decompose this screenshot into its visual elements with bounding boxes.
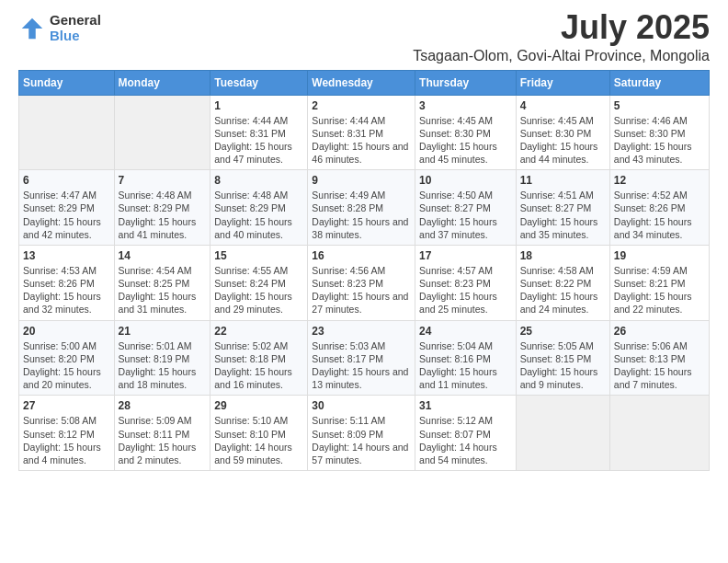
header-monday: Monday (114, 70, 210, 95)
day-info: Sunrise: 5:02 AMSunset: 8:18 PMDaylight:… (214, 339, 303, 392)
day-info: Sunrise: 4:56 AMSunset: 8:23 PMDaylight:… (312, 264, 411, 316)
day-number: 8 (214, 174, 303, 187)
svg-marker-0 (22, 17, 43, 39)
day-info: Sunrise: 4:48 AMSunset: 8:29 PMDaylight:… (119, 189, 207, 241)
day-number: 19 (614, 249, 705, 262)
day-info: Sunrise: 4:57 AMSunset: 8:23 PMDaylight:… (419, 264, 512, 316)
week-row-4: 27Sunrise: 5:08 AMSunset: 8:12 PMDayligh… (19, 396, 710, 471)
day-info: Sunrise: 4:55 AMSunset: 8:24 PMDaylight:… (214, 264, 303, 316)
logo-text: General Blue (50, 13, 101, 43)
week-row-1: 6Sunrise: 4:47 AMSunset: 8:29 PMDaylight… (19, 170, 710, 246)
day-info: Sunrise: 4:47 AMSunset: 8:29 PMDaylight:… (23, 189, 110, 241)
calendar-body: 1Sunrise: 4:44 AMSunset: 8:31 PMDaylight… (19, 95, 710, 470)
cell-w0-d1 (114, 95, 210, 170)
day-number: 16 (312, 249, 411, 262)
day-info: Sunrise: 4:51 AMSunset: 8:27 PMDaylight:… (520, 189, 606, 241)
cell-w4-d5 (516, 396, 609, 471)
header-tuesday: Tuesday (210, 70, 308, 95)
calendar-header: Sunday Monday Tuesday Wednesday Thursday… (19, 70, 710, 95)
day-number: 3 (419, 99, 512, 112)
cell-w4-d3: 30Sunrise: 5:11 AMSunset: 8:09 PMDayligh… (308, 396, 415, 471)
day-number: 26 (614, 325, 705, 338)
calendar-table: Sunday Monday Tuesday Wednesday Thursday… (18, 70, 710, 471)
cell-w2-d4: 17Sunrise: 4:57 AMSunset: 8:23 PMDayligh… (415, 245, 517, 320)
day-info: Sunrise: 4:46 AMSunset: 8:30 PMDaylight:… (614, 114, 705, 167)
day-number: 14 (119, 249, 207, 262)
day-info: Sunrise: 4:50 AMSunset: 8:27 PMDaylight:… (419, 189, 512, 241)
cell-w0-d5: 4Sunrise: 4:45 AMSunset: 8:30 PMDaylight… (516, 95, 609, 170)
cell-w2-d5: 18Sunrise: 4:58 AMSunset: 8:22 PMDayligh… (516, 245, 609, 320)
day-info: Sunrise: 5:12 AMSunset: 8:07 PMDaylight:… (419, 414, 512, 466)
cell-w1-d1: 7Sunrise: 4:48 AMSunset: 8:29 PMDaylight… (114, 170, 210, 246)
day-info: Sunrise: 4:44 AMSunset: 8:31 PMDaylight:… (214, 114, 303, 167)
day-info: Sunrise: 4:45 AMSunset: 8:30 PMDaylight:… (520, 114, 606, 167)
day-info: Sunrise: 4:45 AMSunset: 8:30 PMDaylight:… (419, 114, 512, 167)
logo-general-text: General (50, 13, 101, 29)
day-info: Sunrise: 5:09 AMSunset: 8:11 PMDaylight:… (119, 414, 207, 466)
cell-w0-d4: 3Sunrise: 4:45 AMSunset: 8:30 PMDaylight… (415, 95, 517, 170)
cell-w4-d2: 29Sunrise: 5:10 AMSunset: 8:10 PMDayligh… (210, 396, 308, 471)
day-number: 23 (312, 325, 411, 338)
cell-w3-d6: 26Sunrise: 5:06 AMSunset: 8:13 PMDayligh… (609, 320, 709, 396)
cell-w4-d1: 28Sunrise: 5:09 AMSunset: 8:11 PMDayligh… (114, 396, 210, 471)
day-number: 12 (614, 174, 705, 187)
cell-w3-d0: 20Sunrise: 5:00 AMSunset: 8:20 PMDayligh… (19, 320, 115, 396)
day-number: 2 (312, 99, 411, 112)
page: General Blue July 2025 Tsagaan-Olom, Gov… (0, 0, 728, 480)
day-number: 31 (419, 399, 512, 412)
cell-w0-d6: 5Sunrise: 4:46 AMSunset: 8:30 PMDaylight… (609, 95, 709, 170)
cell-w2-d6: 19Sunrise: 4:59 AMSunset: 8:21 PMDayligh… (609, 245, 709, 320)
day-number: 11 (520, 174, 606, 187)
header-thursday: Thursday (415, 70, 517, 95)
cell-w1-d0: 6Sunrise: 4:47 AMSunset: 8:29 PMDaylight… (19, 170, 115, 246)
day-info: Sunrise: 4:54 AMSunset: 8:25 PMDaylight:… (119, 264, 207, 316)
day-number: 13 (23, 249, 110, 262)
day-info: Sunrise: 5:10 AMSunset: 8:10 PMDaylight:… (214, 414, 303, 466)
day-number: 6 (23, 174, 110, 187)
day-info: Sunrise: 4:59 AMSunset: 8:21 PMDaylight:… (614, 264, 705, 316)
header-saturday: Saturday (609, 70, 709, 95)
cell-w0-d0 (19, 95, 115, 170)
week-row-3: 20Sunrise: 5:00 AMSunset: 8:20 PMDayligh… (19, 320, 710, 396)
day-number: 9 (312, 174, 411, 187)
cell-w2-d1: 14Sunrise: 4:54 AMSunset: 8:25 PMDayligh… (114, 245, 210, 320)
day-info: Sunrise: 4:44 AMSunset: 8:31 PMDaylight:… (312, 114, 411, 167)
day-info: Sunrise: 5:08 AMSunset: 8:12 PMDaylight:… (23, 414, 110, 466)
cell-w3-d2: 22Sunrise: 5:02 AMSunset: 8:18 PMDayligh… (210, 320, 308, 396)
day-number: 30 (312, 399, 411, 412)
header-friday: Friday (516, 70, 609, 95)
logo-blue-text: Blue (50, 29, 101, 44)
cell-w4-d0: 27Sunrise: 5:08 AMSunset: 8:12 PMDayligh… (19, 396, 115, 471)
day-info: Sunrise: 5:11 AMSunset: 8:09 PMDaylight:… (312, 414, 411, 466)
cell-w0-d3: 2Sunrise: 4:44 AMSunset: 8:31 PMDaylight… (308, 95, 415, 170)
cell-w1-d4: 10Sunrise: 4:50 AMSunset: 8:27 PMDayligh… (415, 170, 517, 246)
header-wednesday: Wednesday (308, 70, 415, 95)
day-number: 28 (119, 399, 207, 412)
day-number: 25 (520, 325, 606, 338)
cell-w1-d6: 12Sunrise: 4:52 AMSunset: 8:26 PMDayligh… (609, 170, 709, 246)
cell-w2-d0: 13Sunrise: 4:53 AMSunset: 8:26 PMDayligh… (19, 245, 115, 320)
cell-w1-d2: 8Sunrise: 4:48 AMSunset: 8:29 PMDaylight… (210, 170, 308, 246)
title-block: July 2025 Tsagaan-Olom, Govi-Altai Provi… (413, 9, 710, 64)
cell-w3-d1: 21Sunrise: 5:01 AMSunset: 8:19 PMDayligh… (114, 320, 210, 396)
cell-w3-d5: 25Sunrise: 5:05 AMSunset: 8:15 PMDayligh… (516, 320, 609, 396)
day-number: 18 (520, 249, 606, 262)
day-number: 21 (119, 325, 207, 338)
day-info: Sunrise: 5:04 AMSunset: 8:16 PMDaylight:… (419, 339, 512, 392)
day-number: 4 (520, 99, 606, 112)
header: General Blue July 2025 Tsagaan-Olom, Gov… (18, 9, 710, 64)
cell-w3-d4: 24Sunrise: 5:04 AMSunset: 8:16 PMDayligh… (415, 320, 517, 396)
header-row: Sunday Monday Tuesday Wednesday Thursday… (19, 70, 710, 95)
day-info: Sunrise: 4:53 AMSunset: 8:26 PMDaylight:… (23, 264, 110, 316)
header-sunday: Sunday (19, 70, 115, 95)
main-title: July 2025 (413, 9, 710, 46)
day-number: 7 (119, 174, 207, 187)
day-number: 29 (214, 399, 303, 412)
cell-w1-d5: 11Sunrise: 4:51 AMSunset: 8:27 PMDayligh… (516, 170, 609, 246)
week-row-0: 1Sunrise: 4:44 AMSunset: 8:31 PMDaylight… (19, 95, 710, 170)
day-info: Sunrise: 5:06 AMSunset: 8:13 PMDaylight:… (614, 339, 705, 392)
subtitle: Tsagaan-Olom, Govi-Altai Province, Mongo… (413, 48, 710, 64)
logo-icon (18, 15, 46, 42)
day-number: 5 (614, 99, 705, 112)
cell-w4-d6 (609, 396, 709, 471)
